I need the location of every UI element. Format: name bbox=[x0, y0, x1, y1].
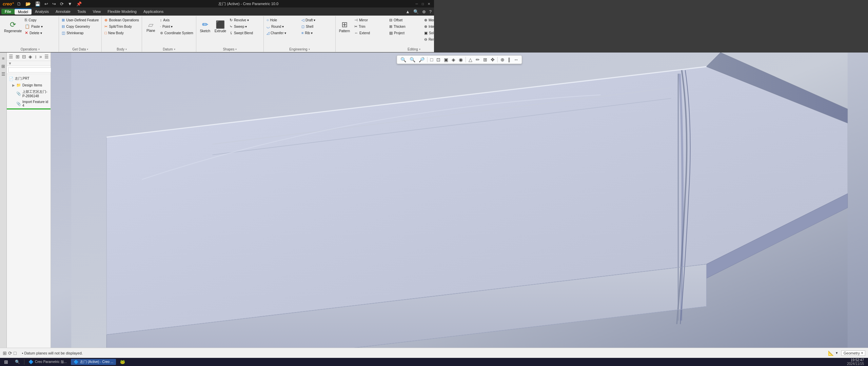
user-defined-feature-btn[interactable]: ⊞User-Defined Feature bbox=[60, 17, 100, 23]
ribbon-content: ⟳ Regenerate ⎘Copy 📋Paste ▾ ✕Delete ▾ bbox=[0, 16, 434, 52]
copy-btn[interactable]: ⎘Copy bbox=[23, 17, 57, 23]
redo-btn[interactable]: ↪ bbox=[51, 1, 57, 6]
shell-btn[interactable]: ◻Shell bbox=[300, 23, 334, 29]
merge-btn[interactable]: ⊕Merge bbox=[423, 17, 434, 23]
tree-item-feature1[interactable]: 📎 上部工艺区左门-P-2696148 bbox=[7, 88, 51, 99]
group-getdata-label[interactable]: Get Data▾ bbox=[60, 47, 100, 52]
panel-sort-btn[interactable]: ↕ bbox=[34, 53, 38, 60]
ribbon-collapse-btn[interactable]: ▲ bbox=[405, 9, 411, 14]
left-panel: ☰ ⊞ ⊟ ◈ ↕ » ☰ ▼ ✕ ▾ + 📄 左门.PRT ▶ 📁 Desig… bbox=[7, 53, 51, 183]
search-bar: ✕ ▾ + bbox=[7, 66, 51, 74]
account-btn[interactable]: ⊕ bbox=[421, 9, 427, 14]
search-input[interactable] bbox=[8, 67, 54, 73]
pan-btn[interactable]: □ bbox=[429, 56, 434, 63]
minimize-btn[interactable]: ─ bbox=[414, 1, 419, 6]
tab-applications[interactable]: Applications bbox=[140, 9, 167, 14]
search-ribbon-btn[interactable]: 🔍 bbox=[412, 9, 420, 14]
sweep-btn[interactable]: ⤷Sweep ▾ bbox=[228, 23, 262, 29]
tab-flexible-modeling[interactable]: Flexible Modeling bbox=[104, 9, 140, 14]
expand-design-icon: ▶ bbox=[12, 83, 15, 87]
swept-blend-btn[interactable]: ⤹Swept Blend bbox=[228, 30, 262, 36]
tab-model[interactable]: Model bbox=[15, 8, 32, 15]
extrude-btn[interactable]: ⬛ Extrude bbox=[213, 17, 228, 37]
trim-btn[interactable]: ✂Trim bbox=[353, 23, 387, 29]
pattern-btn[interactable]: ⊞ Pattern bbox=[337, 17, 352, 37]
ribbon: ⟳ Regenerate ⎘Copy 📋Paste ▾ ✕Delete ▾ bbox=[0, 16, 434, 52]
rib-btn[interactable]: ≡Rib ▾ bbox=[300, 30, 334, 36]
tab-analysis[interactable]: Analysis bbox=[32, 9, 52, 14]
regenerate-btn[interactable]: ⟳ Regenerate bbox=[3, 17, 23, 37]
viewport[interactable]: 🔍 🔍 🔎 □ ⊡ ▣ ◈ ◉ △ ✏ ⊞ ✥ ⊕ ‖ ↔ bbox=[51, 53, 434, 183]
undo-btn[interactable]: ↩ bbox=[43, 1, 49, 6]
tree-item-feature2-label: Import Feature id 4 bbox=[22, 100, 48, 107]
shrinkwrap-btn[interactable]: ◫Shrinkwrap bbox=[60, 30, 100, 36]
plane-btn[interactable]: ▱ Plane bbox=[143, 17, 158, 37]
panel-settings-btn[interactable]: ☰ bbox=[44, 53, 50, 60]
tree-item-root[interactable]: 📄 左门.PRT bbox=[7, 75, 51, 82]
group-body-label[interactable]: Body▾ bbox=[103, 47, 140, 52]
panel-more-btn[interactable]: » bbox=[39, 53, 43, 60]
group-shapes-label[interactable]: Shapes▾ bbox=[198, 47, 262, 52]
zoom-out-btn[interactable]: 🔎 bbox=[417, 56, 426, 63]
draft-btn[interactable]: ◁Draft ▾ bbox=[300, 17, 334, 23]
tab-annotate[interactable]: Annotate bbox=[52, 9, 74, 14]
customize-btn[interactable]: ▼ bbox=[67, 1, 73, 6]
green-insertion-marker bbox=[7, 108, 51, 109]
feature1-icon: 📎 bbox=[16, 92, 21, 96]
tab-view[interactable]: View bbox=[90, 9, 104, 14]
regen-qa-btn[interactable]: ⟳ bbox=[59, 1, 65, 6]
open-btn[interactable]: 📂 bbox=[24, 1, 32, 6]
group-datum: ▱ Plane ↕Axis ·Point ▾ ⊕Coordinate Syste… bbox=[142, 16, 196, 52]
window-title: 左门 (Active) - Creo Parametric 10.0 bbox=[83, 1, 414, 6]
window-controls: ─ □ ✕ bbox=[414, 1, 431, 6]
group-editing-label[interactable]: Editing▾ bbox=[337, 47, 434, 52]
thicken-btn[interactable]: ⊞Thicken bbox=[388, 23, 422, 29]
sketch-btn[interactable]: ✏ Sketch bbox=[198, 17, 213, 37]
paste-btn[interactable]: 📋Paste ▾ bbox=[23, 23, 57, 29]
intersect-btn[interactable]: ⊗Intersect bbox=[423, 23, 434, 29]
panel-grid-btn[interactable]: ⊞ bbox=[15, 53, 20, 60]
tree-item-design[interactable]: ▶ 📁 Design Items bbox=[7, 82, 51, 88]
group-engineering-label[interactable]: Engineering▾ bbox=[265, 47, 334, 52]
copy-geometry-btn[interactable]: ⊟Copy Geometry bbox=[60, 23, 100, 29]
remove-btn[interactable]: ⊖Remove bbox=[423, 36, 434, 42]
new-btn[interactable]: 🗋 bbox=[16, 1, 22, 6]
hole-btn[interactable]: ○Hole bbox=[265, 17, 299, 23]
group-datum-label[interactable]: Datum▾ bbox=[143, 47, 195, 52]
close-btn[interactable]: ✕ bbox=[427, 1, 431, 6]
split-trim-btn[interactable]: ✂Split/Trim Body bbox=[103, 23, 140, 29]
model-tree-icon[interactable]: ≡ bbox=[1, 55, 5, 62]
zoom-area-btn[interactable]: 🔍 bbox=[408, 56, 417, 63]
folder-icon: 📁 bbox=[16, 83, 21, 87]
save-btn[interactable]: 💾 bbox=[34, 1, 41, 6]
panel-list-btn[interactable]: ☰ bbox=[8, 53, 14, 60]
layer-tree-icon[interactable]: ⊞ bbox=[1, 63, 6, 69]
mirror-btn[interactable]: ⊣Mirror bbox=[353, 17, 387, 23]
maximize-btn[interactable]: □ bbox=[420, 1, 425, 6]
extend-btn[interactable]: ↔Extend bbox=[353, 30, 387, 36]
panel-cols-btn[interactable]: ⊟ bbox=[21, 53, 27, 60]
revolve-btn[interactable]: ↻Revolve ▾ bbox=[228, 17, 262, 23]
help-btn[interactable]: ? bbox=[428, 9, 433, 14]
creo-logo: creo° bbox=[3, 1, 14, 6]
pin-btn[interactable]: 📌 bbox=[75, 1, 83, 6]
chamfer-btn[interactable]: ◿Chamfer ▾ bbox=[265, 30, 299, 36]
group-operations-label[interactable]: Operations▾ bbox=[3, 47, 57, 52]
panel-toolbar: ☰ ⊞ ⊟ ◈ ↕ » ☰ bbox=[7, 53, 51, 61]
boolean-ops-btn[interactable]: ⊕Boolean Operations bbox=[103, 17, 140, 23]
delete-btn[interactable]: ✕Delete ▾ bbox=[23, 30, 57, 36]
solidify-btn[interactable]: ▣Solidify bbox=[423, 30, 434, 36]
offset-btn[interactable]: ⊟Offset bbox=[388, 17, 422, 23]
new-body-btn[interactable]: □New Body bbox=[103, 30, 140, 36]
project-btn[interactable]: ▤Project bbox=[388, 30, 422, 36]
axis-btn[interactable]: ↕Axis bbox=[159, 17, 195, 23]
tab-tools[interactable]: Tools bbox=[74, 9, 90, 14]
tree-item-feature2[interactable]: 📎 Import Feature id 4 bbox=[7, 99, 51, 108]
coord-sys-btn[interactable]: ⊕Coordinate System bbox=[159, 30, 195, 36]
detail-tree-icon[interactable]: ☰ bbox=[1, 71, 6, 77]
zoom-in-btn[interactable]: 🔍 bbox=[399, 56, 408, 63]
point-btn[interactable]: ·Point ▾ bbox=[159, 23, 195, 29]
tab-file[interactable]: File bbox=[1, 9, 15, 14]
panel-filter-icon[interactable]: ◈ bbox=[28, 53, 33, 60]
round-btn[interactable]: ◡Round ▾ bbox=[265, 23, 299, 29]
